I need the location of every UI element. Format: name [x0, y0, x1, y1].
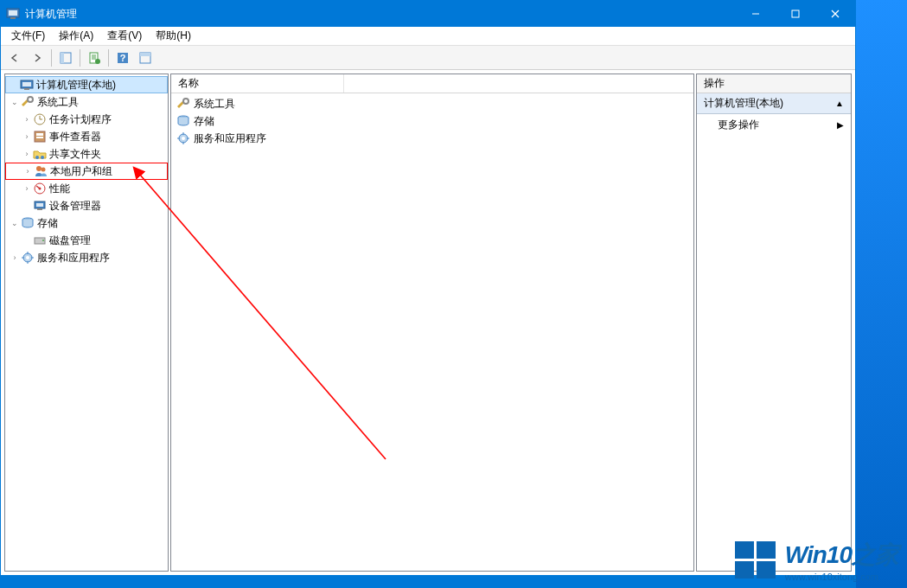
windows-logo-icon	[733, 538, 778, 583]
tree-toggler[interactable]: ⌄	[9, 96, 21, 108]
tree-label: 事件查看器	[49, 130, 101, 144]
tree-toggler: ▶	[8, 79, 20, 91]
tree-storage[interactable]: ⌄ 存储	[5, 214, 168, 232]
svg-point-28	[39, 188, 42, 190]
toolbar-separator	[51, 49, 52, 67]
list-item-services-apps[interactable]: 服务和应用程序	[171, 130, 693, 147]
list-pane: 名称 系统工具 存储 服务和应用程序	[170, 74, 694, 572]
tree-disk-management[interactable]: › 磁盘管理	[5, 232, 168, 249]
performance-icon	[33, 182, 47, 195]
svg-rect-4	[792, 10, 799, 17]
svg-point-37	[183, 99, 188, 104]
svg-point-36	[26, 256, 29, 259]
column-header: 名称	[171, 74, 693, 93]
svg-rect-1	[9, 10, 17, 16]
tree-toggler[interactable]: ›	[21, 131, 33, 143]
tree-toggler[interactable]: ›	[21, 148, 33, 160]
minimize-button[interactable]	[736, 1, 776, 27]
list: 系统工具 存储 服务和应用程序	[171, 93, 693, 149]
tree-root[interactable]: ▶ 计算机管理(本地)	[5, 76, 168, 93]
app-icon	[6, 7, 20, 21]
content-body: ▶ 计算机管理(本地) ⌄ 系统工具 › 任务计划程序	[1, 70, 855, 575]
tools-icon	[176, 97, 190, 111]
tree-device-manager[interactable]: › 设备管理器	[5, 197, 168, 214]
svg-rect-21	[36, 133, 43, 136]
forward-button[interactable]	[27, 48, 48, 67]
svg-rect-31	[36, 203, 43, 207]
menu-help[interactable]: 帮助(H)	[149, 27, 198, 45]
toolbar: ?	[1, 46, 855, 70]
tree-label: 系统工具	[37, 95, 79, 110]
tree-root-label: 计算机管理(本地)	[36, 78, 116, 93]
tree-label: 磁盘管理	[49, 233, 91, 248]
watermark-title: Win10之家	[785, 539, 898, 572]
list-item-label: 存储	[194, 114, 214, 129]
refresh-button[interactable]	[135, 48, 156, 67]
svg-text:?: ?	[120, 53, 126, 63]
tree-label: 任务计划程序	[49, 112, 112, 127]
storage-icon	[21, 216, 35, 230]
tree-toggler[interactable]: ›	[9, 252, 21, 264]
tree-system-tools[interactable]: ⌄ 系统工具	[5, 93, 168, 111]
tree-toggler[interactable]: ⌄	[9, 217, 21, 229]
watermark-url: www.win10xitong.com	[785, 572, 878, 582]
tree-label: 服务和应用程序	[37, 251, 110, 265]
tree-label: 共享文件夹	[49, 147, 101, 162]
svg-rect-16	[22, 82, 31, 86]
action-label: 更多操作	[718, 118, 759, 132]
desktop-background	[856, 0, 907, 588]
properties-button[interactable]	[84, 48, 105, 67]
list-item-label: 服务和应用程序	[194, 131, 266, 146]
list-item-storage[interactable]: 存储	[171, 112, 693, 130]
tree-performance[interactable]: › 性能	[5, 180, 168, 197]
svg-point-10	[95, 59, 100, 64]
window-title: 计算机管理	[25, 7, 736, 22]
tree-shared-folders[interactable]: › 共享文件夹	[5, 145, 168, 163]
svg-rect-17	[24, 88, 29, 90]
menu-action[interactable]: 操作(A)	[52, 27, 100, 45]
actions-group[interactable]: 计算机管理(本地) ▲	[697, 93, 851, 114]
tree-toggler: ›	[21, 200, 33, 212]
computer-management-window: 计算机管理 文件(F) 操作(A) 查看(V) 帮助(H) ? ▶	[0, 0, 856, 576]
close-button[interactable]	[815, 1, 855, 27]
tree-event-viewer[interactable]: › 事件查看器	[5, 128, 168, 145]
tree-services-apps[interactable]: › 服务和应用程序	[5, 249, 168, 266]
svg-rect-42	[735, 541, 754, 559]
tree-toggler[interactable]: ›	[21, 182, 33, 195]
menu-view[interactable]: 查看(V)	[100, 27, 149, 45]
svg-point-34	[42, 240, 44, 241]
tree-toggler[interactable]: ›	[21, 113, 33, 125]
maximize-button[interactable]	[776, 1, 815, 27]
tree-task-scheduler[interactable]: › 任务计划程序	[5, 111, 168, 128]
actions-pane: 操作 计算机管理(本地) ▲ 更多操作 ▶	[696, 74, 852, 572]
svg-rect-14	[140, 53, 150, 56]
action-more[interactable]: 更多操作 ▶	[697, 114, 851, 136]
device-manager-icon	[33, 199, 47, 213]
help-button[interactable]: ?	[112, 48, 133, 67]
storage-icon	[176, 114, 190, 128]
tree-label: 存储	[37, 216, 58, 231]
tree-local-users-groups[interactable]: › 本地用户和组	[5, 163, 168, 180]
tree-toggler: ›	[21, 234, 33, 246]
show-hide-tree-button[interactable]	[55, 48, 76, 67]
collapse-icon: ▲	[835, 99, 844, 108]
titlebar[interactable]: 计算机管理	[1, 1, 855, 27]
back-button[interactable]	[4, 48, 25, 67]
list-item-system-tools[interactable]: 系统工具	[171, 95, 693, 112]
column-name[interactable]: 名称	[171, 74, 344, 93]
svg-rect-8	[61, 53, 64, 63]
svg-point-18	[28, 97, 33, 102]
svg-rect-22	[36, 137, 43, 138]
tree-toggler[interactable]: ›	[22, 165, 34, 177]
services-icon	[21, 251, 35, 265]
window-controls	[736, 1, 855, 27]
list-item-label: 系统工具	[194, 97, 235, 112]
menu-file[interactable]: 文件(F)	[4, 27, 52, 45]
shared-folders-icon	[33, 147, 47, 161]
tree-label: 本地用户和组	[50, 164, 112, 179]
event-viewer-icon	[33, 130, 47, 144]
tree: ▶ 计算机管理(本地) ⌄ 系统工具 › 任务计划程序	[5, 74, 168, 268]
actions-group-label: 计算机管理(本地)	[704, 96, 783, 111]
actions-header: 操作	[697, 74, 851, 93]
watermark: Win10之家 www.win10xitong.com	[733, 538, 898, 583]
